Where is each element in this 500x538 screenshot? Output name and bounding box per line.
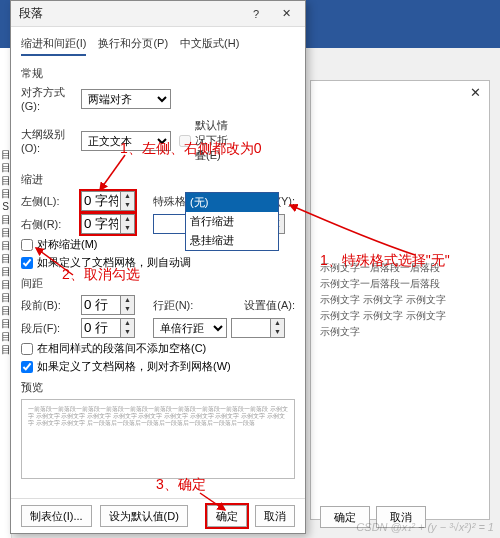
indent-grid-checkbox[interactable] [21,257,33,269]
line-spacing-select[interactable]: 单倍行距 [153,318,227,338]
help-button[interactable]: ? [241,1,271,27]
dropdown-option-firstline[interactable]: 首行缩进 [186,212,278,231]
close-button[interactable]: ✕ [271,1,301,27]
space-before-spinner[interactable]: ▲▼ [81,295,135,315]
snap-grid-checkbox[interactable] [21,361,33,373]
indent-group-label: 缩进 [21,172,295,187]
watermark: CSDN @x₁² + (y − ³√x²)² = 1 [356,521,494,534]
tab-asian[interactable]: 中文版式(H) [180,33,239,56]
alignment-label: 对齐方式(G): [21,85,77,112]
mirror-indent-checkbox[interactable] [21,239,33,251]
ok-button[interactable]: 确定 [207,505,247,527]
dropdown-option-hanging[interactable]: 悬挂缩进 [186,231,278,250]
spacing-group-label: 间距 [21,276,295,291]
space-before-label: 段前(B): [21,298,77,313]
left-indent-spinner[interactable]: ▲▼ [81,191,135,211]
left-indent-label: 左侧(L): [21,194,77,209]
alignment-select[interactable]: 两端对齐 [81,89,171,109]
space-after-label: 段后(F): [21,321,77,336]
close-icon[interactable]: ✕ [470,85,481,100]
line-spacing-label: 行距(N): [153,298,193,313]
preview-group-label: 预览 [21,380,295,395]
preview-box: 一前落段一前落段一前落段一前落段一前落段一前落段一前落段一前落段一前落段一前落段… [21,399,295,479]
background-preview-text: 示例文字一后落段一后落段示例文字一后落段一后落段示例文字 示例文字 示例文字示例… [320,260,480,340]
tab-line-page[interactable]: 换行和分页(P) [98,33,168,56]
dropdown-option-none[interactable]: (无) [186,193,278,212]
outline-label: 大纲级别(O): [21,127,77,154]
no-space-same-style-checkbox[interactable] [21,343,33,355]
tabs-button[interactable]: 制表位(I)... [21,505,92,527]
dialog-title: 段落 [15,5,241,22]
tab-indent-spacing[interactable]: 缩进和间距(I) [21,33,86,56]
set-default-button[interactable]: 设为默认值(D) [100,505,188,527]
outline-select[interactable]: 正文文本 [81,131,171,151]
cancel-button[interactable]: 取消 [255,505,295,527]
spacing-at-spinner[interactable]: ▲▼ [231,318,285,338]
general-group-label: 常规 [21,66,295,81]
right-indent-spinner[interactable]: ▲▼ [81,214,135,234]
special-format-dropdown[interactable]: (无) 首行缩进 悬挂缩进 [185,192,279,251]
paragraph-dialog: 段落 ? ✕ 缩进和间距(I) 换行和分页(P) 中文版式(H) 常规 对齐方式… [10,0,306,534]
collapse-checkbox [179,135,191,147]
space-after-spinner[interactable]: ▲▼ [81,318,135,338]
spacing-at-label: 设置值(A): [244,298,295,313]
right-indent-label: 右侧(R): [21,217,77,232]
